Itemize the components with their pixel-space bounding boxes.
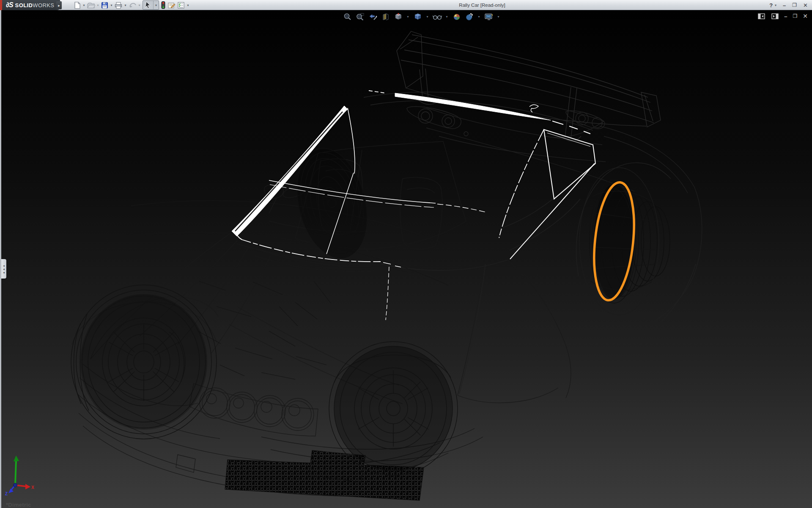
appearance-ball-icon	[452, 12, 461, 22]
view-orientation-icon	[394, 12, 403, 22]
feature-manager-collapse-tab[interactable]: ◂ ◂ ◂	[1, 259, 6, 279]
collapse-arrow-icon: ◂	[3, 264, 5, 267]
apply-scene-caret[interactable]: ▾	[477, 15, 481, 19]
save-button[interactable]	[100, 0, 109, 10]
traffic-light-icon	[160, 1, 166, 9]
new-document-icon	[73, 1, 81, 9]
reference-triad[interactable]: X Z	[5, 456, 34, 496]
window-title: Rally Car [Read-only]	[431, 0, 533, 10]
view-settings-caret[interactable]: ▾	[497, 15, 500, 19]
zoom-to-area-button[interactable]	[355, 12, 365, 22]
rebuild-button[interactable]	[160, 0, 167, 10]
edit-note-icon	[167, 1, 176, 9]
doc-minimize-button[interactable]: –	[784, 13, 787, 19]
select-tool-group: ▾	[143, 0, 159, 10]
help-button[interactable]: ?	[769, 2, 773, 8]
doc-restore-button[interactable]: ❐	[793, 13, 798, 19]
view-orientation-caret[interactable]: ▾	[406, 15, 410, 19]
heads-up-view-toolbar: ▾ ▾ ▾	[343, 12, 500, 22]
collapse-arrow-icon: ◂	[3, 268, 5, 271]
restore-button[interactable]: ❐	[792, 2, 797, 8]
view-orientation-label: *Dimetric	[6, 502, 31, 508]
titlebar: ∂S SOLIDWORKS ▸ ▾ ▾	[0, 0, 812, 10]
graphics-viewport[interactable]: X Z	[0, 10, 812, 508]
undo-dropdown-caret[interactable]: ▾	[137, 3, 142, 7]
select-tool-button[interactable]	[143, 1, 153, 9]
section-view-icon	[381, 12, 390, 22]
highlighted-edges	[232, 91, 595, 320]
new-document-button[interactable]	[73, 0, 82, 10]
pane-left-toggle-icon[interactable]	[758, 13, 765, 19]
select-dropdown-caret[interactable]: ▾	[153, 1, 159, 9]
display-style-icon	[413, 12, 422, 22]
zoom-to-area-icon	[356, 12, 365, 22]
triad-z-label: Z	[5, 491, 8, 496]
apply-scene-icon	[465, 12, 474, 22]
edit-appearance-button[interactable]	[452, 12, 461, 22]
undo-button[interactable]	[128, 0, 137, 10]
zoom-to-fit-icon	[343, 12, 352, 22]
checker-dropdown-caret[interactable]: ▾	[186, 3, 190, 7]
view-settings-icon	[484, 12, 494, 22]
front-left-wheel	[71, 285, 217, 439]
minimize-button[interactable]: –	[783, 2, 786, 8]
print-dropdown-caret[interactable]: ▾	[123, 3, 128, 7]
cursor-icon	[145, 1, 151, 9]
solidworks-logo: ∂S SOLIDWORKS	[2, 0, 60, 10]
help-dropdown-caret[interactable]: ▾	[775, 3, 776, 7]
design-checker-button[interactable]	[176, 0, 186, 10]
save-dropdown-caret[interactable]: ▾	[109, 3, 114, 7]
close-button[interactable]: ✕	[803, 2, 808, 8]
solidworks-logo-mark: ∂S	[6, 1, 13, 9]
eyeglasses-icon	[432, 12, 442, 22]
print-button[interactable]	[114, 0, 123, 10]
section-view-button[interactable]	[381, 12, 390, 22]
comment-button[interactable]	[167, 0, 176, 10]
solidworks-logo-text-light: WORKS	[33, 2, 54, 8]
hide-show-caret[interactable]: ▾	[445, 15, 449, 19]
hide-show-items-button[interactable]	[432, 12, 442, 22]
triad-x-label: X	[31, 485, 34, 490]
checklist-icon	[177, 1, 185, 9]
display-style-button[interactable]	[413, 12, 422, 22]
apply-scene-button[interactable]	[464, 12, 474, 22]
menu-flyout-button[interactable]: ▸	[56, 1, 62, 9]
previous-view-icon	[368, 12, 378, 22]
undo-arrow-icon	[128, 1, 137, 9]
display-style-caret[interactable]: ▾	[425, 15, 429, 19]
solidworks-logo-text-bold: SOLID	[15, 2, 33, 8]
document-window-controls: – ❐ ✕	[758, 13, 808, 19]
printer-icon	[114, 1, 123, 9]
open-document-button[interactable]	[86, 0, 96, 10]
doc-close-button[interactable]: ✕	[803, 13, 808, 19]
collapse-arrow-icon: ◂	[3, 271, 5, 274]
open-folder-icon	[87, 1, 95, 9]
open-dropdown-caret[interactable]: ▾	[96, 3, 100, 7]
view-settings-button[interactable]	[484, 12, 494, 22]
zoom-to-fit-button[interactable]	[343, 12, 352, 22]
new-dropdown-caret[interactable]: ▾	[82, 3, 86, 7]
view-orientation-button[interactable]	[393, 12, 403, 22]
standard-toolbar: ▾ ▾ ▾ ▾	[73, 0, 190, 10]
rally-car-wireframe[interactable]: X Z	[0, 10, 812, 508]
pane-right-toggle-icon[interactable]	[771, 13, 779, 19]
previous-view-button[interactable]	[368, 12, 378, 22]
save-floppy-icon	[101, 1, 109, 9]
window-controls: ? ▾ – ❐ ✕	[769, 0, 808, 10]
